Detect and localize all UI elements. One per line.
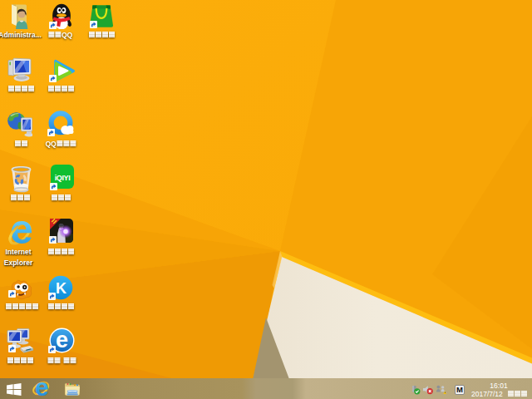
svg-text:K: K — [56, 280, 66, 297]
svg-text:e: e — [35, 380, 49, 399]
svg-text:M: M — [456, 385, 463, 394]
svg-text:iQIYI: iQIYI — [55, 174, 71, 182]
svg-text:e: e — [56, 328, 68, 352]
